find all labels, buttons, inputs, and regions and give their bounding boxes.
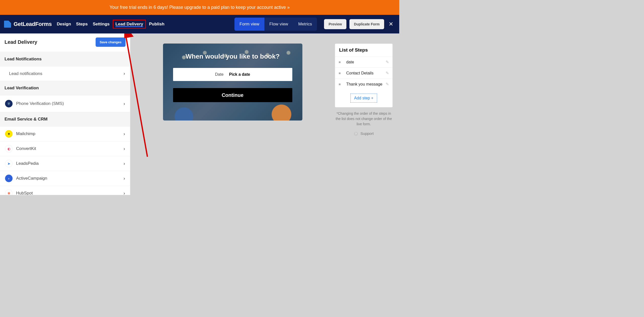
sidebar-item-phone-verification[interactable]: Phone Verification (SMS) ›: [0, 95, 130, 112]
chevron-right-icon: ›: [124, 191, 125, 195]
canvas: When would you like to book? Date Pick a…: [130, 33, 335, 195]
section-lead-verification-title: Lead Verification: [0, 81, 130, 95]
tab-form-view[interactable]: Form view: [234, 18, 264, 31]
steps-heading: List of Steps: [335, 44, 392, 56]
crm-mailchimp[interactable]: ✦ Mailchimp ›: [0, 126, 130, 141]
chevron-right-icon: ›: [124, 161, 125, 166]
duplicate-form-button[interactable]: Duplicate Form: [349, 19, 384, 29]
question-icon: ?: [354, 132, 358, 136]
nav-settings[interactable]: Settings: [91, 20, 112, 29]
form-heading: When would you like to book?: [173, 53, 292, 60]
crm-convertkit[interactable]: ◐ ConvertKit ›: [0, 141, 130, 156]
crm-leadspedia[interactable]: ➤ LeadsPedia ›: [0, 156, 130, 171]
support-link[interactable]: ? Support: [335, 131, 393, 136]
view-tabs: Form view Flow view Metrics: [234, 18, 317, 31]
section-email-crm-title: Email Service & CRM: [0, 112, 130, 126]
nav-lead-delivery[interactable]: Lead Delivery: [113, 20, 146, 29]
tab-flow-view[interactable]: Flow view: [264, 18, 293, 31]
add-step-button[interactable]: Add step +: [350, 94, 377, 103]
right-panel: List of Steps ≡ date ✎ ≡ Contact Details…: [335, 33, 399, 195]
mailchimp-icon: ✦: [5, 130, 13, 138]
chevron-right-icon: ›: [124, 176, 125, 181]
sidebar-title: Lead Delivery: [5, 39, 37, 45]
drag-handle-icon[interactable]: ≡: [339, 60, 341, 64]
convertkit-icon: ◐: [5, 145, 13, 152]
continue-button[interactable]: Continue: [173, 88, 292, 102]
activecampaign-icon: ›: [5, 175, 13, 182]
logo-icon: [4, 21, 11, 28]
step-row-contact-details[interactable]: ≡ Contact Details ✎: [335, 67, 392, 78]
pencil-icon[interactable]: ✎: [386, 60, 389, 64]
leadspedia-icon: ➤: [5, 160, 13, 167]
shield-icon: [5, 100, 13, 107]
chevron-right-icon: ›: [124, 101, 125, 106]
workspace: Lead Delivery Save changes Lead Notifica…: [0, 33, 399, 195]
chevron-right-icon: ›: [124, 146, 125, 151]
drag-handle-icon[interactable]: ≡: [339, 82, 341, 86]
crm-hubspot[interactable]: ✱ HubSpot ›: [0, 186, 130, 195]
topbar-right-controls: Preview Duplicate Form ✕: [324, 19, 395, 29]
brand-logo[interactable]: GetLeadForms: [4, 21, 52, 28]
pencil-icon[interactable]: ✎: [386, 82, 389, 87]
brand-name: GetLeadForms: [14, 21, 52, 27]
sidebar: Lead Delivery Save changes Lead Notifica…: [0, 33, 130, 195]
main-nav: Design Steps Settings Lead Delivery Publ…: [55, 20, 167, 29]
date-placeholder: Pick a date: [229, 72, 250, 77]
trial-banner[interactable]: Your free trial ends in 6 days! Please u…: [0, 0, 399, 15]
tab-metrics[interactable]: Metrics: [293, 18, 317, 31]
nav-design[interactable]: Design: [55, 20, 73, 29]
date-label: Date: [215, 72, 224, 77]
close-icon[interactable]: ✕: [387, 21, 395, 27]
save-changes-button[interactable]: Save changes: [96, 37, 126, 47]
section-lead-notifications-title: Lead Notifications: [0, 52, 130, 66]
pencil-icon[interactable]: ✎: [386, 71, 389, 75]
step-row-date[interactable]: ≡ date ✎: [335, 56, 392, 67]
form-preview-card: When would you like to book? Date Pick a…: [163, 44, 302, 121]
sidebar-item-lead-notifications[interactable]: Lead notifications ›: [0, 66, 130, 81]
sidebar-header: Lead Delivery Save changes: [0, 33, 130, 52]
drag-handle-icon[interactable]: ≡: [339, 71, 341, 75]
step-row-thank-you[interactable]: ≡ Thank you message ✎: [335, 78, 392, 90]
hubspot-icon: ✱: [5, 189, 13, 195]
chevron-right-icon: ›: [124, 71, 125, 76]
active-underline: [115, 26, 143, 27]
crm-activecampaign[interactable]: › ActiveCampaign ›: [0, 171, 130, 186]
nav-publish[interactable]: Publish: [147, 20, 166, 29]
trial-banner-text: Your free trial ends in 6 days! Please u…: [110, 5, 290, 10]
nav-steps[interactable]: Steps: [74, 20, 90, 29]
steps-card: List of Steps ≡ date ✎ ≡ Contact Details…: [335, 44, 393, 107]
chevron-right-icon: ›: [124, 131, 125, 137]
steps-note: *Changing the order of the steps in the …: [335, 111, 393, 127]
topbar: GetLeadForms Design Steps Settings Lead …: [0, 15, 399, 33]
preview-button[interactable]: Preview: [324, 19, 346, 29]
date-input[interactable]: Date Pick a date: [173, 68, 292, 81]
